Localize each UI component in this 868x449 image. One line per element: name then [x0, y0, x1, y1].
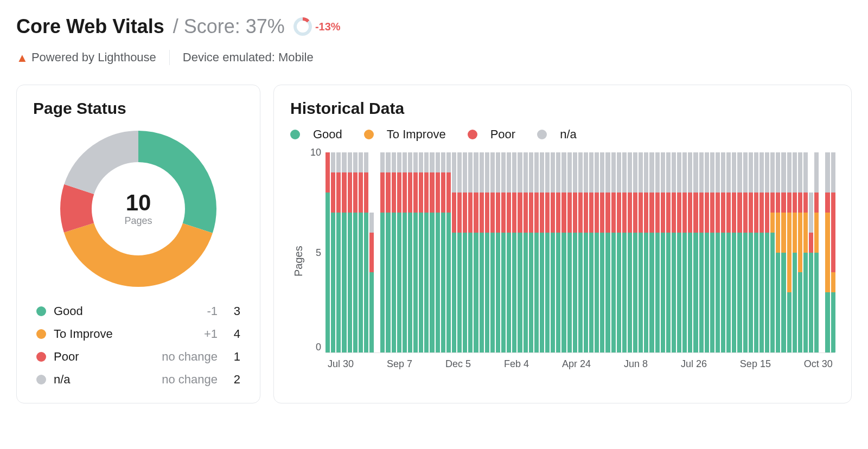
chart-bar[interactable] [682, 152, 687, 352]
chart-bar[interactable] [436, 152, 440, 352]
chart-bar[interactable] [403, 152, 407, 352]
chart-bar[interactable] [578, 152, 583, 352]
chart-bar[interactable] [507, 152, 511, 352]
chart-bar[interactable] [677, 152, 681, 352]
chart-bar[interactable] [561, 152, 566, 352]
chart-bar[interactable] [622, 152, 627, 352]
chart-bar[interactable] [666, 152, 671, 352]
chart-bar[interactable] [831, 152, 835, 352]
chart-bar[interactable] [732, 152, 736, 352]
chart-bar[interactable] [331, 152, 335, 352]
legend-item[interactable]: Poor [468, 127, 515, 142]
legend-item[interactable]: n/a [537, 127, 577, 142]
chart-bar[interactable] [595, 152, 599, 352]
chart-bar[interactable] [545, 152, 550, 352]
chart-bar[interactable] [336, 152, 341, 352]
chart-bar[interactable] [518, 152, 522, 352]
chart-bar[interactable] [348, 152, 352, 352]
chart-bar[interactable] [611, 152, 616, 352]
chart-bar[interactable] [793, 152, 797, 352]
chart-bar[interactable] [699, 152, 704, 352]
chart-bar[interactable] [814, 152, 819, 352]
chart-bar[interactable] [496, 152, 500, 352]
chart-bar[interactable] [584, 152, 588, 352]
chart-bar[interactable] [705, 152, 709, 352]
chart-bar[interactable] [413, 152, 418, 352]
chart-bar[interactable] [353, 152, 358, 352]
chart-bar[interactable] [446, 152, 451, 352]
chart-bar[interactable] [485, 152, 489, 352]
chart-bar[interactable] [364, 152, 368, 352]
chart-bar[interactable] [693, 152, 698, 352]
chart-bar[interactable] [490, 152, 495, 352]
chart-bar[interactable] [463, 152, 467, 352]
chart-bar[interactable] [633, 152, 637, 352]
chart-bar[interactable] [803, 152, 808, 352]
chart-bar[interactable] [649, 152, 654, 352]
chart-bar[interactable] [573, 152, 577, 352]
chart-bar[interactable] [721, 152, 725, 352]
chart-bar[interactable] [512, 152, 516, 352]
chart-bar[interactable] [430, 152, 434, 352]
legend-row[interactable]: To Improve+14 [36, 327, 240, 341]
chart-bar[interactable] [644, 152, 648, 352]
chart-bar[interactable] [468, 152, 473, 352]
chart-bar[interactable] [787, 152, 792, 352]
chart-bar[interactable] [617, 152, 621, 352]
chart-bar[interactable] [359, 152, 363, 352]
chart-bar[interactable] [551, 152, 555, 352]
chart-bar[interactable] [825, 152, 829, 352]
chart-bar[interactable] [457, 152, 462, 352]
historical-chart[interactable]: Pages 0510 Jul 30Sep 7Dec 5Feb 4Apr 24Ju… [290, 152, 835, 370]
chart-bar[interactable] [776, 152, 780, 352]
chart-bar[interactable] [655, 152, 660, 352]
chart-bar[interactable] [781, 152, 786, 352]
chart-bar[interactable] [501, 152, 506, 352]
chart-bar[interactable] [760, 152, 764, 352]
chart-bar[interactable] [342, 152, 346, 352]
chart-bar[interactable] [397, 152, 401, 352]
chart-bar[interactable] [710, 152, 714, 352]
legend-item[interactable]: To Improve [364, 127, 446, 142]
chart-bar[interactable] [809, 152, 813, 352]
chart-bar[interactable] [749, 152, 753, 352]
chart-bar[interactable] [798, 152, 802, 352]
chart-bar[interactable] [605, 152, 610, 352]
chart-bar[interactable] [820, 152, 824, 352]
chart-bar[interactable] [726, 152, 731, 352]
legend-item[interactable]: Good [290, 127, 342, 142]
chart-bar[interactable] [600, 152, 604, 352]
legend-row[interactable]: Good-13 [36, 304, 240, 318]
page-status-donut[interactable]: 10 Pages [57, 127, 220, 290]
chart-bar[interactable] [556, 152, 560, 352]
chart-bar[interactable] [567, 152, 572, 352]
chart-bar[interactable] [480, 152, 484, 352]
chart-bar[interactable] [529, 152, 533, 352]
chart-bar[interactable] [326, 152, 330, 352]
chart-bar[interactable] [474, 152, 478, 352]
chart-bar[interactable] [737, 152, 742, 352]
chart-bar[interactable] [441, 152, 445, 352]
chart-bar[interactable] [419, 152, 423, 352]
chart-bar[interactable] [754, 152, 758, 352]
chart-bar[interactable] [386, 152, 390, 352]
chart-bar[interactable] [534, 152, 539, 352]
chart-bar[interactable] [639, 152, 643, 352]
chart-bar[interactable] [540, 152, 544, 352]
chart-bar[interactable] [524, 152, 528, 352]
chart-bar[interactable] [424, 152, 429, 352]
chart-bar[interactable] [628, 152, 632, 352]
chart-bar[interactable] [452, 152, 456, 352]
chart-bar[interactable] [672, 152, 676, 352]
chart-bar[interactable] [392, 152, 396, 352]
chart-bar[interactable] [743, 152, 748, 352]
chart-bar[interactable] [369, 152, 374, 352]
chart-bar[interactable] [375, 152, 379, 352]
chart-bar[interactable] [380, 152, 385, 352]
legend-row[interactable]: Poorno change1 [36, 350, 240, 364]
chart-bar[interactable] [770, 152, 775, 352]
chart-bar[interactable] [661, 152, 665, 352]
chart-bar[interactable] [688, 152, 692, 352]
chart-bar[interactable] [716, 152, 720, 352]
chart-bar[interactable] [765, 152, 769, 352]
